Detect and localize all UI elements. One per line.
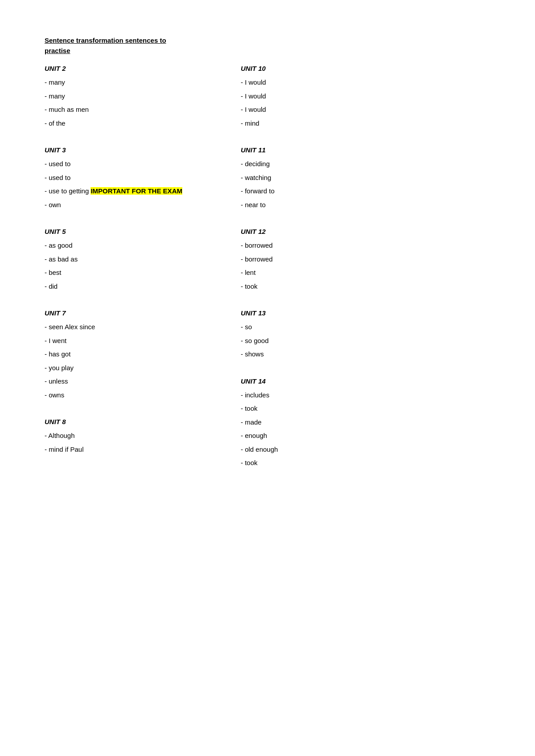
list-item: - used to [45, 159, 214, 169]
list-item: - watching [241, 173, 401, 183]
unit-10-section: UNIT 10 - I would - I would - I would - … [241, 65, 401, 128]
list-item: - enough [241, 431, 401, 441]
list-item: - Although [45, 431, 214, 441]
list-item: - unless [45, 376, 214, 387]
list-item: - lent [241, 268, 401, 278]
list-item: - own [45, 200, 214, 210]
page-container: Sentence transformation sentences to pra… [0, 0, 446, 522]
title-line1: Sentence transformation sentences to [45, 37, 166, 44]
unit-13-title: UNIT 13 [241, 309, 401, 317]
list-item: - has got [45, 349, 214, 360]
unit-2-section: UNIT 2 - many - many - much as men - of … [45, 65, 214, 128]
unit-3-section: UNIT 3 - used to - used to - use to gett… [45, 146, 214, 210]
list-item: - I would [241, 105, 401, 115]
unit-14-section: UNIT 14 - includes - took - made - enoug… [241, 377, 401, 468]
unit-10-title: UNIT 10 [241, 65, 401, 72]
list-item: - I would [241, 91, 401, 102]
list-item: - seen Alex since [45, 322, 214, 332]
unit-14-title: UNIT 14 [241, 377, 401, 385]
list-item: - deciding [241, 159, 401, 169]
list-item: - old enough [241, 445, 401, 455]
unit-7-section: UNIT 7 - seen Alex since - I went - has … [45, 309, 214, 400]
list-item: - shows [241, 349, 401, 360]
list-item: - as bad as [45, 254, 214, 265]
list-item: - took [241, 404, 401, 414]
list-item: - took [241, 282, 401, 292]
list-item: - took [241, 458, 401, 468]
list-item: - forward to [241, 186, 401, 196]
unit-2-title: UNIT 2 [45, 65, 214, 72]
right-column: UNIT 10 - I would - I would - I would - … [241, 65, 401, 486]
title-line2: practise [45, 47, 70, 54]
list-item: - of the [45, 119, 214, 129]
list-item: - includes [241, 390, 401, 400]
unit-7-title: UNIT 7 [45, 309, 214, 317]
list-item: - I would [241, 78, 401, 88]
list-item: - so [241, 322, 401, 332]
list-item: - as good [45, 241, 214, 251]
list-item: - best [45, 268, 214, 278]
list-item: - mind [241, 119, 401, 129]
page-title: Sentence transformation sentences to pra… [45, 36, 401, 56]
unit-11-title: UNIT 11 [241, 146, 401, 154]
list-item: - so good [241, 336, 401, 346]
unit-8-section: UNIT 8 - Although - mind if Paul [45, 418, 214, 454]
list-item: - you play [45, 363, 214, 373]
list-item: - used to [45, 173, 214, 183]
unit-8-title: UNIT 8 [45, 418, 214, 425]
list-item: - I went [45, 336, 214, 346]
list-item: - borrowed [241, 254, 401, 265]
unit-3-title: UNIT 3 [45, 146, 214, 154]
unit-5-section: UNIT 5 - as good - as bad as - best - di… [45, 228, 214, 291]
unit-13-section: UNIT 13 - so - so good - shows [241, 309, 401, 360]
unit-5-title: UNIT 5 [45, 228, 214, 235]
list-item: - made [241, 417, 401, 428]
list-item: - much as men [45, 105, 214, 115]
list-item: - mind if Paul [45, 445, 214, 455]
left-column: UNIT 2 - many - many - much as men - of … [45, 65, 214, 472]
list-item: - many [45, 78, 214, 88]
list-item: - did [45, 282, 214, 292]
unit-12-title: UNIT 12 [241, 228, 401, 235]
two-column-layout: UNIT 2 - many - many - much as men - of … [45, 65, 401, 486]
list-item: - many [45, 91, 214, 102]
highlight-text: IMPORTANT FOR THE EXAM [91, 187, 182, 195]
list-item-highlighted: - use to getting IMPORTANT FOR THE EXAM [45, 186, 214, 196]
list-item: - owns [45, 390, 214, 400]
list-item: - near to [241, 200, 401, 210]
list-item: - borrowed [241, 241, 401, 251]
unit-12-section: UNIT 12 - borrowed - borrowed - lent - t… [241, 228, 401, 291]
unit-11-section: UNIT 11 - deciding - watching - forward … [241, 146, 401, 210]
